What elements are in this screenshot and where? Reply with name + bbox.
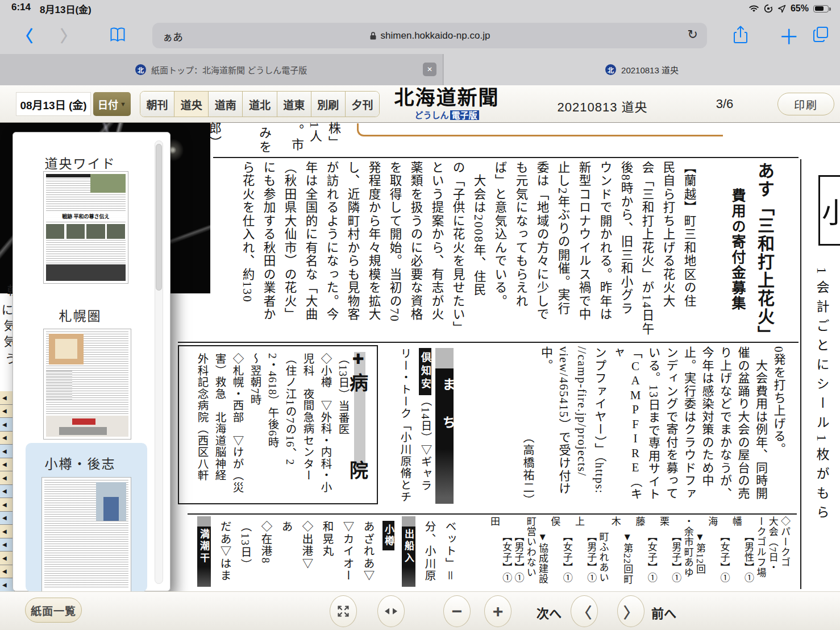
vertical-text-column: 【男子】①	[512, 516, 524, 594]
edition-tab-道南[interactable]: 道南	[209, 92, 243, 117]
edition-tab-道央[interactable]: 道央	[174, 92, 209, 117]
vertical-text-column: 株」	[324, 122, 342, 150]
vertical-text-column: が訪れるようになった。今	[321, 161, 342, 342]
date-picker-button[interactable]: 日付 ▼	[93, 92, 131, 116]
edition-tab-道東[interactable]: 道東	[277, 92, 311, 117]
scrollbar-thumb[interactable]	[156, 144, 162, 291]
vertical-text-column: 。市	[287, 124, 305, 152]
hospital-listing: （13日）当番医◇小樽 ▽外科・内科・小児科 夜間急病センター（住ノ江1の7の1…	[184, 353, 352, 499]
vertical-text-column: の「子供に花火を見せたい」	[447, 161, 468, 342]
vertical-text-column: 町営いわない	[524, 516, 536, 594]
status-date: 8月13日(金)	[40, 2, 92, 16]
next-page-button[interactable]: 〈	[571, 595, 598, 627]
newspaper-page-view: 株」1人。市みを郎） あす「三和打上花火」 費用の寄付金募集 【蘭越】町三和地区…	[0, 123, 840, 591]
tab-overview-icon[interactable]	[812, 24, 830, 44]
vertical-text-column: 会「三和打上花火」が14日午	[636, 161, 657, 342]
reload-button[interactable]: ↻	[688, 27, 698, 42]
thumb-ad-photo	[59, 427, 107, 435]
vertical-text-column: 大会（7日・	[766, 516, 778, 594]
fullscreen-button[interactable]	[330, 595, 357, 627]
bookmarks-icon[interactable]	[109, 27, 126, 43]
fit-width-button[interactable]	[377, 595, 405, 627]
back-button[interactable]: 〈	[17, 24, 33, 47]
page-list-button[interactable]: 紙面一覧	[25, 598, 82, 623]
zoom-in-button[interactable]: +	[484, 595, 512, 627]
vertical-text-column: 〜翌朝7時	[246, 353, 264, 499]
edition-tab-夕刊[interactable]: 夕刊	[346, 92, 379, 117]
prev-page-button[interactable]: 〉	[617, 595, 644, 627]
vertical-text-column: だあ▽はま	[214, 516, 235, 592]
vertical-text-column: 海	[706, 516, 718, 594]
vertical-text-column: 【女子】①	[718, 516, 730, 594]
vertical-text-column: 郎）	[205, 122, 223, 150]
title-char: 病	[350, 368, 368, 395]
page-thumbnail-otaru[interactable]	[41, 477, 131, 592]
vertical-text-column: 後8時から、旧三和小グラ	[615, 161, 636, 342]
vertical-text-column: 藤	[633, 516, 645, 594]
battery-percent: 65%	[791, 3, 809, 14]
logo-text: 北海道新聞	[384, 88, 509, 109]
vertical-text-column: を取得して開始。当初の70	[384, 161, 405, 342]
partial-headline-char: 小	[822, 190, 840, 231]
vertical-text-column: 新型コロナウイルス禍で中	[573, 161, 594, 342]
close-tab-icon[interactable]: ✕	[423, 63, 436, 76]
edition-tab-別刷[interactable]: 別刷	[311, 92, 346, 117]
edition-tab-道北[interactable]: 道北	[243, 92, 277, 117]
vertical-text-column: 大会は2008年、住民	[468, 161, 489, 342]
vertical-text-column: あ	[276, 516, 296, 592]
vertical-text-column: ▼第12回	[694, 516, 706, 594]
zoom-out-button[interactable]: −	[443, 595, 471, 627]
vertical-text-column: ら花火を仕入れ、約130	[236, 161, 257, 342]
vertical-text-column: 発程度から年々規模を拡大	[363, 161, 384, 342]
thumb-masthead	[46, 174, 92, 177]
vertical-text-column: 外科記念病院（西区八軒	[193, 353, 211, 499]
vertical-text-column: 【女子】①	[500, 516, 512, 594]
battery-icon	[813, 5, 829, 13]
article-headline: あす「三和打上花火」	[751, 161, 777, 342]
thumb-photo	[96, 482, 126, 521]
vertical-text-column: 今年は感染対策のため中	[698, 346, 716, 511]
status-bar: 6:14 8月13日(金) 65%	[0, 0, 840, 17]
page-thumbnail-sapporo[interactable]	[43, 329, 131, 440]
thumb-ad	[46, 264, 126, 281]
vertical-text-column: ▼第22回町	[621, 516, 633, 594]
print-button[interactable]: 印刷	[777, 93, 834, 115]
tab-20210813-doou[interactable]: 北 20210813 道央	[444, 54, 840, 85]
expand-icon	[336, 604, 350, 618]
vertical-text-column: 【蘭越】町三和地区の住	[678, 161, 699, 342]
edition-tabs: 朝刊道央道南道北道東別刷夕刊	[140, 91, 380, 117]
tab-shimen-top[interactable]: 北 紙面トップ：北海道新聞 どうしん電子版	[0, 54, 443, 85]
new-tab-button[interactable]: ＋	[779, 20, 799, 50]
vertical-text-column: 0発を打ち上げる。	[770, 346, 788, 511]
prev-page-label: 前へ	[651, 603, 676, 621]
hospital-title: ✚ 病 院	[348, 352, 371, 498]
horizontal-arrows-icon	[384, 606, 398, 616]
vertical-text-column: 年は全国的に有名な「大曲	[300, 161, 321, 342]
reporter-signature: （高橋祐二）	[519, 346, 537, 511]
vertical-text-column: ベット」＝	[439, 516, 460, 592]
edition-tab-朝刊[interactable]: 朝刊	[140, 92, 174, 117]
article-funding: 0発を打ち上げる。 大会費用は例年、同時開催の盆踊り大会の屋台の売り上げなどでま…	[480, 346, 787, 511]
vertical-text-column: 【女子】①	[645, 516, 657, 594]
vertical-text-column: ◇出港▽	[296, 516, 317, 592]
article-subhead: 費用の寄付金募集	[725, 161, 749, 342]
place-label: 小樽	[382, 521, 394, 550]
lock-icon	[369, 31, 377, 40]
address-bar[interactable]: ぁあ shimen.hokkaido-np.co.jp ↻	[152, 23, 707, 48]
vertical-text-column: し、近隣町村からも見物客	[342, 161, 363, 342]
share-icon[interactable]	[732, 24, 749, 45]
page-indicator: 3/6	[708, 97, 742, 111]
vertical-text-column: 田	[488, 516, 500, 594]
tab-bar: 北 紙面トップ：北海道新聞 どうしん電子版 ✕ 北 20210813 道央	[0, 54, 840, 85]
page-thumbnail-doou-wide[interactable]: 戦跡 平和の尊さ伝え	[43, 171, 128, 284]
article-fireworks-event: あす「三和打上花火」 費用の寄付金募集 【蘭越】町三和地区の住民自ら打ち上げる花…	[215, 161, 797, 342]
vertical-text-column: いる。13日まで専用サイト	[644, 346, 662, 511]
vertical-text-column: ▽カイオー	[337, 516, 357, 592]
vertical-text-column: 児科 夜間急病センター	[299, 353, 317, 499]
thumb-photo	[90, 174, 126, 193]
vertical-text-column: ◇小樽 ▽外科・内科・小	[317, 353, 334, 499]
vertical-text-column: も元気になってもらえれ	[510, 161, 531, 342]
ship-schedule-listing: ベット」＝分、小川原出船入小樽あざれあ▽▽カイオー和晃丸◇出港▽あ◇在港8（13…	[190, 516, 460, 592]
forward-button[interactable]: 〉	[60, 24, 76, 47]
vertical-text-column: 【男性】①	[742, 516, 754, 594]
